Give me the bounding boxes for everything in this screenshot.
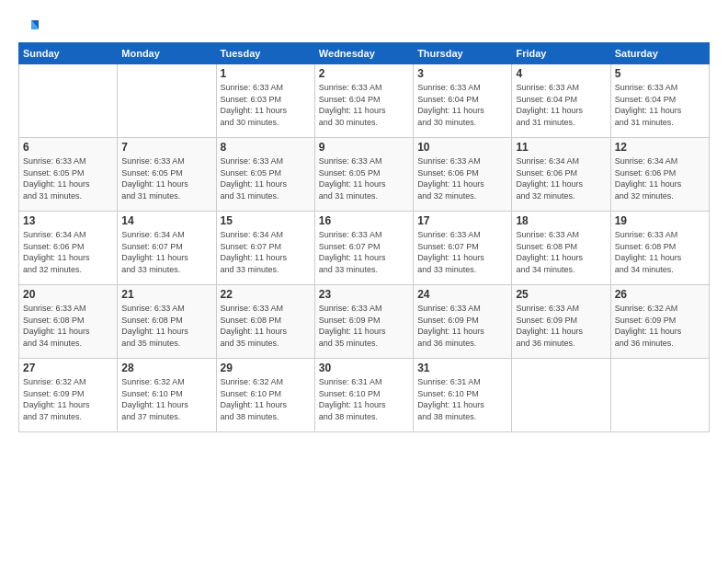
calendar-cell: 12Sunrise: 6:34 AM Sunset: 6:06 PM Dayli…	[610, 138, 709, 212]
day-info: Sunrise: 6:33 AM Sunset: 6:04 PM Dayligh…	[615, 82, 705, 128]
calendar-cell	[118, 64, 216, 138]
day-info: Sunrise: 6:34 AM Sunset: 6:07 PM Dayligh…	[121, 229, 211, 275]
day-info: Sunrise: 6:33 AM Sunset: 6:05 PM Dayligh…	[221, 155, 311, 201]
day-info: Sunrise: 6:33 AM Sunset: 6:09 PM Dayligh…	[417, 303, 507, 349]
calendar-cell	[512, 359, 610, 432]
day-number: 10	[417, 141, 507, 154]
calendar-cell	[610, 359, 709, 432]
calendar-cell: 8Sunrise: 6:33 AM Sunset: 6:05 PM Daylig…	[216, 138, 314, 212]
day-number: 6	[23, 141, 113, 154]
day-info: Sunrise: 6:34 AM Sunset: 6:06 PM Dayligh…	[516, 155, 606, 201]
day-number: 8	[221, 141, 311, 154]
day-number: 2	[319, 67, 409, 80]
calendar-table: SundayMondayTuesdayWednesdayThursdayFrid…	[18, 42, 710, 432]
day-number: 3	[417, 67, 507, 80]
calendar-cell: 17Sunrise: 6:33 AM Sunset: 6:07 PM Dayli…	[414, 212, 512, 285]
calendar-cell: 21Sunrise: 6:33 AM Sunset: 6:08 PM Dayli…	[118, 285, 216, 359]
day-number: 21	[121, 288, 211, 301]
weekday-header-saturday: Saturday	[610, 43, 709, 64]
calendar-cell: 25Sunrise: 6:33 AM Sunset: 6:09 PM Dayli…	[512, 285, 610, 359]
day-info: Sunrise: 6:34 AM Sunset: 6:06 PM Dayligh…	[23, 229, 113, 275]
day-number: 9	[319, 141, 409, 154]
calendar-cell: 18Sunrise: 6:33 AM Sunset: 6:08 PM Dayli…	[512, 212, 610, 285]
calendar-week-1: 1Sunrise: 6:33 AM Sunset: 6:03 PM Daylig…	[19, 64, 710, 138]
day-info: Sunrise: 6:33 AM Sunset: 6:07 PM Dayligh…	[417, 229, 507, 275]
day-info: Sunrise: 6:33 AM Sunset: 6:05 PM Dayligh…	[23, 155, 113, 201]
day-info: Sunrise: 6:33 AM Sunset: 6:08 PM Dayligh…	[615, 229, 705, 275]
header	[18, 17, 710, 37]
calendar-cell: 20Sunrise: 6:33 AM Sunset: 6:08 PM Dayli…	[19, 285, 118, 359]
day-info: Sunrise: 6:33 AM Sunset: 6:07 PM Dayligh…	[319, 229, 409, 275]
day-number: 16	[319, 214, 409, 227]
day-number: 14	[121, 214, 211, 227]
day-number: 19	[615, 214, 705, 227]
calendar-cell: 1Sunrise: 6:33 AM Sunset: 6:03 PM Daylig…	[216, 64, 314, 138]
day-number: 20	[23, 288, 113, 301]
day-info: Sunrise: 6:33 AM Sunset: 6:05 PM Dayligh…	[121, 155, 211, 201]
day-number: 22	[221, 288, 311, 301]
day-number: 4	[516, 67, 606, 80]
logo-icon	[18, 17, 39, 37]
day-number: 29	[221, 362, 311, 374]
weekday-header-sunday: Sunday	[19, 43, 118, 64]
calendar-cell: 26Sunrise: 6:32 AM Sunset: 6:09 PM Dayli…	[610, 285, 709, 359]
day-info: Sunrise: 6:33 AM Sunset: 6:08 PM Dayligh…	[23, 303, 113, 349]
day-info: Sunrise: 6:33 AM Sunset: 6:04 PM Dayligh…	[319, 82, 409, 128]
calendar-cell: 16Sunrise: 6:33 AM Sunset: 6:07 PM Dayli…	[314, 212, 413, 285]
weekday-header-row: SundayMondayTuesdayWednesdayThursdayFrid…	[19, 43, 710, 64]
day-info: Sunrise: 6:33 AM Sunset: 6:09 PM Dayligh…	[319, 303, 409, 349]
day-info: Sunrise: 6:33 AM Sunset: 6:09 PM Dayligh…	[516, 303, 606, 349]
calendar-week-2: 6Sunrise: 6:33 AM Sunset: 6:05 PM Daylig…	[19, 138, 710, 212]
day-number: 15	[221, 214, 311, 227]
day-info: Sunrise: 6:33 AM Sunset: 6:03 PM Dayligh…	[221, 82, 311, 128]
day-info: Sunrise: 6:33 AM Sunset: 6:08 PM Dayligh…	[516, 229, 606, 275]
calendar-cell: 15Sunrise: 6:34 AM Sunset: 6:07 PM Dayli…	[216, 212, 314, 285]
day-number: 11	[516, 141, 606, 154]
day-number: 13	[23, 214, 113, 227]
calendar-cell: 6Sunrise: 6:33 AM Sunset: 6:05 PM Daylig…	[19, 138, 118, 212]
weekday-header-friday: Friday	[512, 43, 610, 64]
day-number: 27	[23, 362, 113, 374]
calendar-cell: 9Sunrise: 6:33 AM Sunset: 6:05 PM Daylig…	[314, 138, 413, 212]
calendar-cell: 3Sunrise: 6:33 AM Sunset: 6:04 PM Daylig…	[414, 64, 512, 138]
day-number: 12	[615, 141, 705, 154]
day-number: 18	[516, 214, 606, 227]
weekday-header-tuesday: Tuesday	[216, 43, 314, 64]
calendar-cell: 4Sunrise: 6:33 AM Sunset: 6:04 PM Daylig…	[512, 64, 610, 138]
calendar-cell: 23Sunrise: 6:33 AM Sunset: 6:09 PM Dayli…	[314, 285, 413, 359]
day-number: 25	[516, 288, 606, 301]
day-info: Sunrise: 6:33 AM Sunset: 6:05 PM Dayligh…	[319, 155, 409, 201]
calendar-cell: 14Sunrise: 6:34 AM Sunset: 6:07 PM Dayli…	[118, 212, 216, 285]
day-number: 30	[319, 362, 409, 374]
calendar-cell: 13Sunrise: 6:34 AM Sunset: 6:06 PM Dayli…	[19, 212, 118, 285]
day-number: 7	[121, 141, 211, 154]
day-info: Sunrise: 6:32 AM Sunset: 6:10 PM Dayligh…	[221, 376, 311, 422]
logo	[18, 17, 40, 37]
day-number: 26	[615, 288, 705, 301]
day-info: Sunrise: 6:32 AM Sunset: 6:10 PM Dayligh…	[121, 376, 211, 422]
calendar-cell: 10Sunrise: 6:33 AM Sunset: 6:06 PM Dayli…	[414, 138, 512, 212]
day-number: 24	[417, 288, 507, 301]
day-info: Sunrise: 6:32 AM Sunset: 6:09 PM Dayligh…	[615, 303, 705, 349]
day-info: Sunrise: 6:33 AM Sunset: 6:04 PM Dayligh…	[516, 82, 606, 128]
calendar-cell: 19Sunrise: 6:33 AM Sunset: 6:08 PM Dayli…	[610, 212, 709, 285]
calendar-cell: 31Sunrise: 6:31 AM Sunset: 6:10 PM Dayli…	[414, 359, 512, 432]
weekday-header-thursday: Thursday	[414, 43, 512, 64]
weekday-header-wednesday: Wednesday	[314, 43, 413, 64]
calendar-week-3: 13Sunrise: 6:34 AM Sunset: 6:06 PM Dayli…	[19, 212, 710, 285]
day-number: 23	[319, 288, 409, 301]
calendar-week-5: 27Sunrise: 6:32 AM Sunset: 6:09 PM Dayli…	[19, 359, 710, 432]
calendar-cell: 22Sunrise: 6:33 AM Sunset: 6:08 PM Dayli…	[216, 285, 314, 359]
day-number: 28	[121, 362, 211, 374]
day-info: Sunrise: 6:33 AM Sunset: 6:08 PM Dayligh…	[121, 303, 211, 349]
day-info: Sunrise: 6:33 AM Sunset: 6:04 PM Dayligh…	[417, 82, 507, 128]
day-info: Sunrise: 6:32 AM Sunset: 6:09 PM Dayligh…	[23, 376, 113, 422]
calendar-cell: 5Sunrise: 6:33 AM Sunset: 6:04 PM Daylig…	[610, 64, 709, 138]
day-info: Sunrise: 6:33 AM Sunset: 6:08 PM Dayligh…	[221, 303, 311, 349]
calendar-cell: 7Sunrise: 6:33 AM Sunset: 6:05 PM Daylig…	[118, 138, 216, 212]
calendar-cell: 29Sunrise: 6:32 AM Sunset: 6:10 PM Dayli…	[216, 359, 314, 432]
weekday-header-monday: Monday	[118, 43, 216, 64]
calendar-cell	[19, 64, 118, 138]
day-number: 17	[417, 214, 507, 227]
day-info: Sunrise: 6:31 AM Sunset: 6:10 PM Dayligh…	[417, 376, 507, 422]
